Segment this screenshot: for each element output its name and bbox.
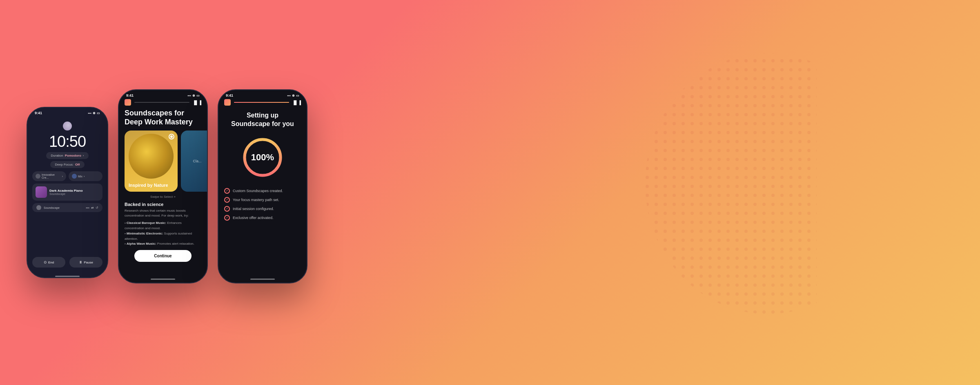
battery-icon-3: ▭ [296, 94, 299, 97]
signal-icon-2: ▪▪▪ [187, 94, 191, 97]
pause-icon: ⏸ [79, 260, 82, 264]
pause-button[interactable]: ⏸ Pause [69, 257, 102, 268]
phone2-app-bar: ▐▌▐ [125, 99, 201, 106]
swipe-hint: Swipe to Select » [125, 195, 201, 199]
phone-3: 9:41 ▪▪▪ ⊛ ▭ ▐▌▐ Setting up Soundscape f… [218, 89, 307, 283]
mix-chip[interactable]: Mix › [69, 171, 102, 181]
nature-card-label: Inspired by Nature [129, 183, 168, 188]
soundscape-label: Soundscape [44, 206, 83, 209]
deep-focus-pill[interactable]: Deep Focus: Off [50, 161, 85, 168]
signal-icon-3: ▪▪▪ [287, 94, 291, 97]
bullet-3: • Alpha Wave Music: Promotes alert relax… [125, 241, 201, 247]
chip1-label: Innovative Cre... [42, 173, 61, 179]
soundscape-icon [36, 205, 41, 210]
continue-button-container: Continue [125, 250, 201, 262]
home-indicator [55, 276, 80, 277]
progress-ring-container: 100% [240, 135, 285, 180]
check-icon-1: ✓ [224, 188, 230, 194]
shuffle-icon: ⇄ [91, 206, 94, 210]
end-icon: ⊙ [44, 260, 47, 264]
chevron-icon: › [83, 154, 84, 157]
checkmark-2: ✓ [226, 198, 229, 201]
title-line1: Soundscapes for [125, 109, 184, 117]
bullet-1: • Classical Baroque Music: Enhances conc… [125, 221, 201, 231]
phone1-status-icons: ▪▪▪ ⊛ ▭ [88, 111, 100, 115]
phone-2: 9:41 ▪▪▪ ⊛ ▭ ▐▌▐ Soundscapes for Deep Wo… [118, 89, 208, 283]
nature-card[interactable]: Inspired by Nature [125, 131, 178, 192]
wifi-icon: ⊛ [93, 111, 96, 115]
check-item-4: ✓ Exclusive offer activated. [224, 215, 301, 221]
phone3-time: 9:41 [226, 93, 233, 97]
chip-row: Innovative Cre... › Mix › [32, 171, 102, 181]
duration-pill[interactable]: Duration Pomodoro › [46, 152, 89, 159]
bullet1-bold: Classical Baroque Music: [127, 221, 166, 225]
selected-radio [169, 134, 174, 139]
track-subtitle: Soundscape [49, 192, 99, 195]
phone1-time: 9:41 [35, 111, 42, 115]
check-icon-2: ✓ [224, 197, 230, 203]
phone3-title: Setting up Soundscape for you [231, 111, 294, 128]
phone1-status-bar: 9:41 ▪▪▪ ⊛ ▭ [27, 108, 107, 117]
p3-title-line2: Soundscape for you [231, 120, 294, 127]
battery-icon-2: ▭ [196, 94, 200, 97]
bullet3-text: Promotes alert relaxation. [156, 242, 194, 246]
checkmark-3: ✓ [226, 207, 229, 210]
science-section-title: Backed in science [125, 202, 201, 207]
progress-bar-3 [234, 102, 289, 103]
phone2-status-bar: 9:41 ▪▪▪ ⊛ ▭ [119, 90, 207, 99]
chip2-label: Mix [78, 175, 82, 178]
chip2-arrow: › [84, 175, 85, 178]
settings-pills: Duration Pomodoro › Deep Focus: Off [32, 152, 102, 168]
check-label-1: Custom Soundscapes created. [233, 189, 283, 193]
moon-icon [63, 122, 72, 131]
bullet2-bold: Minimalistic Electronic: [127, 232, 163, 235]
soundscape-cards: Inspired by Nature Cla... [125, 131, 201, 192]
track-title: Dark Academia Piano [49, 189, 99, 192]
check-icon-4: ✓ [224, 215, 230, 221]
end-button[interactable]: ⊙ End [32, 257, 65, 268]
classical-card[interactable]: Cla... [181, 131, 207, 192]
progress-bar-2 [134, 102, 189, 103]
title-line2: Deep Work Mastery [125, 118, 193, 126]
check-label-4: Exclusive offer activated. [233, 216, 273, 220]
end-label: End [48, 261, 54, 264]
check-label-2: Your focus mastery path set. [233, 198, 279, 202]
chip-icon-1 [36, 174, 40, 179]
duration-label: Duration [51, 154, 63, 157]
phone3-status-bar: 9:41 ▪▪▪ ⊛ ▭ [218, 90, 307, 99]
signal-icon: ▪▪▪ [88, 111, 91, 115]
creative-chip[interactable]: Innovative Cre... › [32, 171, 66, 181]
phone3-status-icons: ▪▪▪ ⊛ ▭ [287, 94, 299, 97]
radio-dot [170, 135, 173, 138]
phone2-content: ▐▌▐ Soundscapes for Deep Work Mastery In… [119, 99, 207, 277]
progress-percentage: 100% [251, 152, 274, 163]
continue-button[interactable]: Continue [134, 250, 191, 262]
deep-focus-label: Deep Focus: [55, 163, 74, 166]
phones-container: 9:41 ▪▪▪ ⊛ ▭ 10:50 Duration Pomodoro › D… [0, 0, 980, 385]
home-indicator-3 [250, 279, 275, 280]
check-item-2: ✓ Your focus mastery path set. [224, 197, 301, 203]
phone2-status-icons: ▪▪▪ ⊛ ▭ [187, 94, 200, 97]
track-thumbnail [36, 186, 47, 198]
nature-planet [129, 134, 174, 179]
p3-title-line1: Setting up [247, 112, 278, 119]
bottom-buttons: ⊙ End ⏸ Pause [32, 257, 102, 271]
wifi-icon-2: ⊛ [192, 94, 195, 97]
soundscape-bar[interactable]: Soundscape ▪▪▪ ⇄ ↺ [32, 203, 102, 212]
chip-icon-2 [72, 174, 77, 179]
checkmark-4: ✓ [226, 216, 229, 219]
home-indicator-2 [151, 279, 175, 280]
track-info: Dark Academia Piano Soundscape [49, 189, 99, 195]
classical-card-label: Cla... [193, 159, 201, 163]
track-item[interactable]: Dark Academia Piano Soundscape [32, 184, 102, 201]
wifi-icon-3: ⊛ [292, 94, 295, 97]
pause-label: Pause [84, 261, 93, 264]
battery-icon: ▭ [97, 111, 100, 115]
chip1-arrow: › [62, 175, 63, 178]
checklist: ✓ Custom Soundscapes created. ✓ Your foc… [224, 188, 301, 224]
app-icon-2 [125, 99, 131, 106]
bullet-2: • Minimalistic Electronic: Supports sust… [125, 231, 201, 242]
app-icon-3 [224, 99, 231, 106]
waveform-icon: ▪▪▪ [86, 206, 89, 210]
phone3-app-bar: ▐▌▐ [224, 99, 301, 106]
